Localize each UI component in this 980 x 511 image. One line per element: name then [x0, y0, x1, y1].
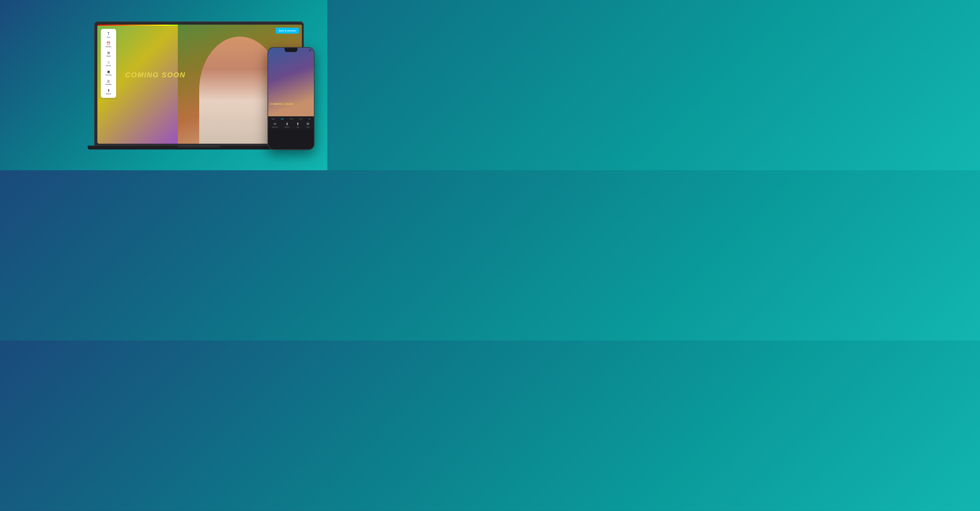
toolbar-item-music[interactable]: ♫ Music: [101, 59, 116, 68]
toolbar-item-text[interactable]: T Text: [101, 30, 116, 40]
phone-tab-op[interactable]: Op: [308, 118, 311, 120]
sticker-label: Sticker: [105, 46, 111, 48]
brand-icon: ⬆: [107, 89, 110, 92]
phone-tab-bar-container: Style Edit Color Font Op ✏ E: [268, 116, 314, 129]
toolbar-item-style[interactable]: ⊞ Style: [101, 50, 116, 59]
bottom-icon: ⬇: [286, 122, 288, 126]
text-icon: T: [107, 32, 110, 36]
phone-screen: COMING SOON Style Edit Color Font Op: [268, 48, 314, 149]
phone-action-top[interactable]: ⬆ Top: [296, 122, 299, 128]
sticker-icon: ⏰: [107, 42, 111, 45]
edit-text-label: Edit text: [272, 126, 278, 128]
phone-tab-color-label: Color: [290, 118, 293, 120]
phone-tab-op-label: Op: [309, 118, 310, 120]
phone-canvas: COMING SOON: [268, 48, 314, 116]
phone-notch: [285, 48, 298, 52]
format-icon: ▣: [107, 70, 110, 73]
top-label: Top: [297, 126, 299, 128]
phone-tab-font-label: Font: [299, 118, 302, 120]
phone-action-bar: ✏ Edit text ⬇ Bottom ⬆ Top ⧉ Copy: [268, 121, 314, 129]
phone-tab-color[interactable]: Color: [289, 118, 294, 120]
text-label: Text: [107, 36, 110, 38]
palette-label: Palette: [105, 83, 111, 85]
phone-action-copy[interactable]: ⧉ Copy: [306, 122, 309, 128]
save-preview-button[interactable]: Save & preview: [275, 28, 299, 34]
music-label: Music: [106, 64, 111, 67]
toolbar-item-sticker[interactable]: ⏰ Sticker: [101, 40, 116, 50]
left-toolbar: T Text ⏰ Sticker ⊞ Style ♫ Music ▣ For: [101, 29, 116, 98]
phone-tab-edit-label: Edit: [281, 118, 284, 120]
copy-icon: ⧉: [307, 122, 309, 126]
phone-tab-edit[interactable]: Edit: [280, 118, 285, 120]
phone-tab-style[interactable]: Style: [270, 118, 276, 120]
phone-coming-soon-text: COMING SOON: [270, 102, 293, 105]
phone-device: COMING SOON Style Edit Color Font Op: [267, 47, 315, 150]
toolbar-item-brand[interactable]: ⬆ Brand: [101, 87, 116, 97]
style-label: Style: [107, 55, 111, 57]
phone-camera: [309, 50, 311, 51]
bottom-label: Bottom: [285, 126, 290, 128]
brand-label: Brand: [106, 93, 111, 95]
style-icon: ⊞: [107, 51, 110, 54]
toolbar-item-palette[interactable]: ◎ Palette: [101, 78, 116, 87]
phone-tabs-row: Style Edit Color Font Op: [268, 117, 314, 121]
phone-action-edit-text[interactable]: ✏ Edit text: [272, 122, 278, 128]
palette-icon: ◎: [107, 80, 110, 83]
phone-action-bottom[interactable]: ⬇ Bottom: [285, 122, 290, 128]
top-icon: ⬆: [296, 122, 299, 126]
coming-soon-canvas-text: COMING SOON: [125, 71, 186, 79]
toolbar-item-format[interactable]: ▣ Format: [101, 68, 116, 78]
phone-tab-style-label: Style: [272, 118, 275, 120]
music-icon: ♫: [107, 61, 110, 64]
copy-label: Copy: [306, 126, 309, 128]
format-label: Format: [105, 74, 112, 76]
phone-person-image: [268, 48, 314, 116]
phone-tab-font[interactable]: Font: [299, 118, 303, 120]
edit-text-icon: ✏: [274, 122, 277, 126]
